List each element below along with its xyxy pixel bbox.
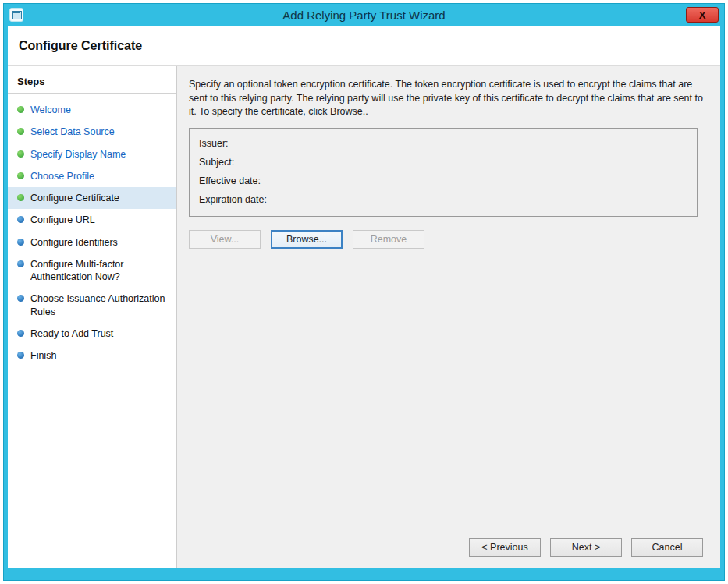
page-header: Configure Certificate <box>8 26 720 66</box>
step-label: Configure Certificate <box>30 192 119 204</box>
step-bullet-icon <box>17 172 24 179</box>
content-pane: Specify an optional token encryption cer… <box>176 66 720 568</box>
steps-list: Welcome Select Data Source Specify Displ… <box>8 94 176 366</box>
certificate-actions: View... Browse... Remove <box>189 230 703 249</box>
step-ready-to-add-trust: Ready to Add Trust <box>8 323 176 345</box>
window-title: Add Relying Party Trust Wizard <box>4 4 724 26</box>
step-bullet-icon <box>17 260 24 267</box>
view-button[interactable]: View... <box>189 230 261 249</box>
issuer-label: Issuer: <box>199 134 687 153</box>
wizard-icon <box>9 8 23 22</box>
step-label: Choose Profile <box>30 170 94 182</box>
wizard-window: Add Relying Party Trust Wizard X Configu… <box>3 3 725 581</box>
step-bullet-icon <box>17 352 24 359</box>
step-label: Choose Issuance Authorization Rules <box>30 292 170 318</box>
step-finish: Finish <box>8 345 176 366</box>
step-label: Configure Multi-factor Authentication No… <box>30 258 170 284</box>
step-bullet-icon <box>17 194 24 201</box>
step-label: Welcome <box>30 104 71 116</box>
wizard-footer: < Previous Next > Cancel <box>189 529 703 557</box>
step-label: Finish <box>30 349 56 362</box>
next-button[interactable]: Next > <box>550 538 622 557</box>
steps-heading: Steps <box>8 73 176 94</box>
step-bullet-icon <box>17 239 24 246</box>
step-label: Specify Display Name <box>30 148 126 161</box>
step-configure-identifiers: Configure Identifiers <box>8 232 176 253</box>
step-specify-display-name: Specify Display Name <box>8 143 176 165</box>
previous-button[interactable]: < Previous <box>469 538 541 557</box>
step-label: Configure Identifiers <box>30 236 118 249</box>
certificate-details-box: Issuer: Subject: Effective date: Expirat… <box>189 128 698 217</box>
close-button[interactable]: X <box>686 7 719 23</box>
remove-button[interactable]: Remove <box>353 230 424 249</box>
cancel-button[interactable]: Cancel <box>631 538 703 557</box>
window-body: Configure Certificate Steps Welcome Sele… <box>8 26 720 568</box>
browse-button[interactable]: Browse... <box>271 230 343 249</box>
step-bullet-icon <box>17 150 24 158</box>
expiration-date-label: Expiration date: <box>199 190 687 209</box>
step-configure-mfa: Configure Multi-factor Authentication No… <box>8 253 176 288</box>
step-label: Ready to Add Trust <box>30 327 113 340</box>
step-choose-issuance-rules: Choose Issuance Authorization Rules <box>8 288 176 323</box>
step-welcome: Welcome <box>8 99 176 121</box>
main-area: Steps Welcome Select Data Source Specify… <box>8 66 720 568</box>
description-text: Specify an optional token encryption cer… <box>189 78 703 119</box>
title-bar: Add Relying Party Trust Wizard X <box>4 4 724 26</box>
step-bullet-icon <box>17 295 24 302</box>
step-bullet-icon <box>17 128 24 135</box>
step-select-data-source: Select Data Source <box>8 121 176 143</box>
step-label: Configure URL <box>30 214 95 226</box>
step-configure-certificate: Configure Certificate <box>8 187 176 209</box>
step-bullet-icon <box>17 330 24 337</box>
step-label: Select Data Source <box>30 126 115 138</box>
page-title: Configure Certificate <box>19 39 142 53</box>
step-bullet-icon <box>17 216 24 223</box>
step-configure-url: Configure URL <box>8 209 176 231</box>
effective-date-label: Effective date: <box>199 172 687 190</box>
subject-label: Subject: <box>199 153 687 172</box>
step-choose-profile: Choose Profile <box>8 165 176 187</box>
step-bullet-icon <box>17 106 24 113</box>
steps-sidebar: Steps Welcome Select Data Source Specify… <box>8 66 176 568</box>
